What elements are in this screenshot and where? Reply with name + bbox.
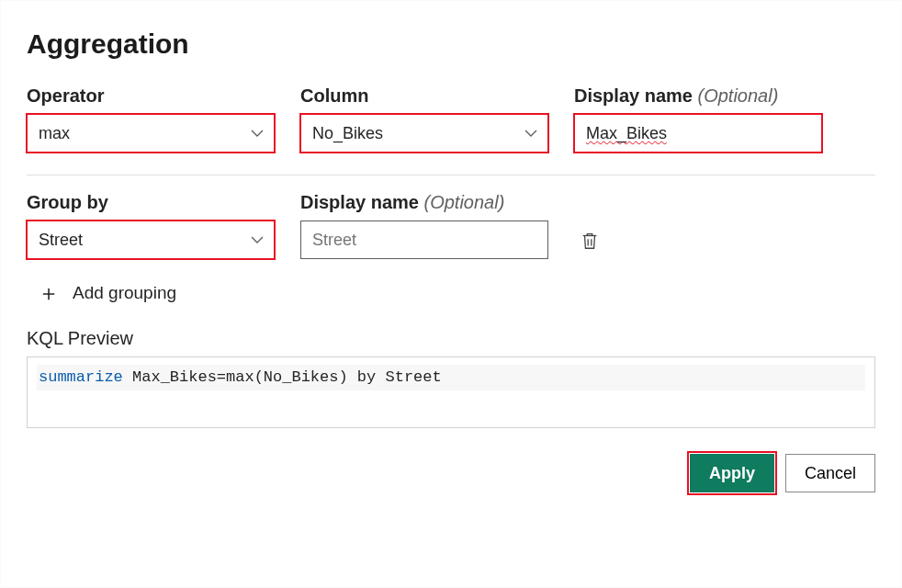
plus-icon: ＋ xyxy=(38,282,60,304)
panel-title: Aggregation xyxy=(27,28,875,60)
group-display-name-field-group: Display name (Optional) xyxy=(300,192,548,259)
operator-dropdown[interactable]: max xyxy=(27,114,275,153)
group-display-name-input[interactable] xyxy=(300,220,548,259)
chevron-down-icon xyxy=(250,126,265,141)
group-by-value: Street xyxy=(39,231,83,250)
column-dropdown[interactable]: No_Bikes xyxy=(300,114,548,153)
column-field-group: Column No_Bikes xyxy=(300,85,548,153)
kql-preview-box: summarize Max_Bikes=max(No_Bikes) by Str… xyxy=(27,356,875,428)
display-name-field-group: Display name (Optional) Max_Bikes xyxy=(574,85,822,153)
delete-grouping-button[interactable] xyxy=(574,223,605,262)
column-value: No_Bikes xyxy=(312,124,383,143)
row-aggregation-fields: Operator max Column No_Bikes Display nam… xyxy=(27,85,875,153)
chevron-down-icon xyxy=(250,232,265,247)
group-by-dropdown[interactable]: Street xyxy=(27,220,275,259)
aggregation-panel: Aggregation Operator max Column No_Bikes xyxy=(0,0,902,588)
group-by-label: Group by xyxy=(27,192,275,213)
operator-value: max xyxy=(39,124,70,143)
column-label: Column xyxy=(300,85,548,107)
display-name-input[interactable]: Max_Bikes xyxy=(574,114,822,153)
display-name-label: Display name (Optional) xyxy=(574,85,822,107)
operator-label: Operator xyxy=(27,85,275,107)
group-by-field-group: Group by Street xyxy=(27,192,275,259)
kql-preview-code: summarize Max_Bikes=max(No_Bikes) by Str… xyxy=(37,365,865,390)
add-grouping-label: Add grouping xyxy=(73,283,176,303)
add-grouping-button[interactable]: ＋ Add grouping xyxy=(38,282,176,304)
trash-icon xyxy=(580,231,600,254)
chevron-down-icon xyxy=(524,126,538,141)
group-display-name-label: Display name (Optional) xyxy=(300,192,548,213)
cancel-button[interactable]: Cancel xyxy=(785,454,875,492)
apply-button[interactable]: Apply xyxy=(690,454,774,492)
display-name-value: Max_Bikes xyxy=(586,124,667,143)
row-group-by: Group by Street Display name (Optional) xyxy=(27,192,875,262)
kql-preview-label: KQL Preview xyxy=(27,328,875,349)
divider xyxy=(27,175,875,175)
dialog-buttons: Apply Cancel xyxy=(27,454,875,492)
operator-field-group: Operator max xyxy=(27,85,275,153)
